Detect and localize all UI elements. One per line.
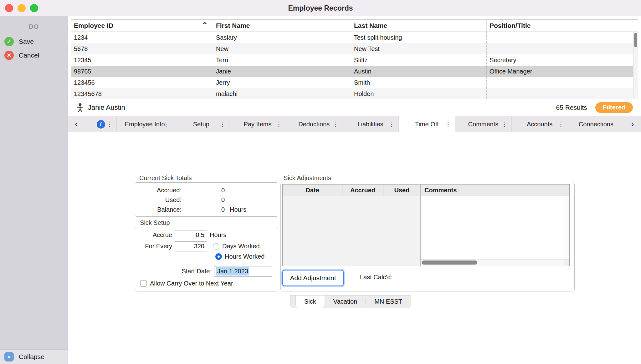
bottom-tab-vacation[interactable]: Vacation <box>325 296 366 308</box>
tab-deductions[interactable]: Deductions⋮ <box>286 116 342 132</box>
hours-worked-radio[interactable] <box>215 253 222 260</box>
tab-setup[interactable]: Setup⋮ <box>173 116 229 132</box>
scroll-tabs-left-button[interactable]: ‹ <box>68 116 85 132</box>
tab-menu-icon[interactable]: ⋮ <box>445 121 451 128</box>
zoom-window-button[interactable] <box>30 4 38 12</box>
start-date-row: Start Date: Jan 1 2023 <box>138 265 275 277</box>
totals-balance-row: Balance: 0 Hours <box>135 205 278 215</box>
minimize-window-button[interactable] <box>18 4 26 12</box>
hours-worked-row: Hours Worked <box>138 252 275 260</box>
results-count: 65 Results <box>556 104 587 111</box>
for-every-input[interactable] <box>175 241 207 251</box>
last-calcd-label: Last Calc'd: <box>360 274 392 281</box>
sidebar-section-label: DO <box>0 23 68 30</box>
employee-row[interactable]: 12345 Terri Stiltz Secretary <box>71 54 638 66</box>
start-date-label: Start Date: <box>138 268 212 275</box>
employee-row-selected[interactable]: 98765 Janie Austin Office Manager <box>71 66 638 77</box>
tab-time-off[interactable]: Time Off⋮ <box>398 116 455 132</box>
tab-comments[interactable]: Comments⋮ <box>455 116 511 132</box>
tab-menu-icon[interactable]: ⋮ <box>163 120 169 128</box>
bottom-tab-sick[interactable]: Sick <box>295 296 325 308</box>
tab-menu-icon[interactable]: ⋮ <box>219 120 226 128</box>
tab-menu-icon[interactable]: ⋮ <box>332 120 339 128</box>
carry-over-checkbox[interactable] <box>140 280 147 287</box>
column-header-first-name[interactable]: First Name <box>213 20 351 32</box>
tab-bar: ‹ i ⋮ Employee Info⋮ Setup⋮ Pay Items⋮ D… <box>68 116 641 132</box>
sidebar: DO ✓ Save ✕ Cancel « Collapse <box>0 16 68 364</box>
column-header-position[interactable]: Position/Title <box>486 20 633 32</box>
traffic-lights <box>5 4 38 12</box>
carry-over-label: Allow Carry Over to Next Year <box>150 280 233 287</box>
bottom-tab-mn-esst[interactable]: MN ESST <box>366 296 411 308</box>
accrue-label: Accrue <box>138 231 172 239</box>
scrollbar-corner <box>564 259 569 266</box>
column-header-employee-id[interactable]: Employee ID ⌃ <box>71 20 213 32</box>
column-header-last-name[interactable]: Last Name <box>351 20 486 32</box>
employee-table-scrollbar[interactable] <box>633 32 638 99</box>
save-check-icon: ✓ <box>4 37 14 46</box>
employee-row[interactable]: 123456 Jerry Smith <box>71 77 638 88</box>
sick-adjustments-table: Date Accrued Used Comments <box>282 184 570 266</box>
employee-table-scrollbar-thumb[interactable] <box>634 33 637 47</box>
tab-info[interactable]: i ⋮ <box>85 116 116 132</box>
tab-menu-icon[interactable]: ⋮ <box>388 120 395 128</box>
main-area: Employee ID ⌃ First Name Last Name Posit… <box>68 16 641 364</box>
start-date-input[interactable]: Jan 1 2023 <box>214 266 272 277</box>
record-bar: Janie Austin 65 Results Filtered <box>68 99 641 116</box>
add-adjustment-button[interactable]: Add Adjustment <box>282 270 344 286</box>
for-every-row: For Every Days Worked <box>138 241 275 251</box>
comments-horizontal-scrollbar[interactable] <box>421 259 564 266</box>
sick-adjustments-body <box>283 196 569 266</box>
tab-menu-icon[interactable]: ⋮ <box>501 120 508 128</box>
cancel-button[interactable]: ✕ Cancel <box>0 48 68 62</box>
window-title: Employee Records <box>0 0 641 16</box>
adj-column-accrued: Accrued <box>342 185 383 196</box>
carry-over-row: Allow Carry Over to Next Year <box>138 279 275 287</box>
tab-menu-icon[interactable]: ⋮ <box>106 120 113 128</box>
adj-column-used: Used <box>383 185 420 196</box>
titlebar: Employee Records <box>0 0 641 17</box>
comments-vertical-scrollbar[interactable] <box>564 196 569 260</box>
save-button[interactable]: ✓ Save <box>0 35 68 48</box>
info-icon: i <box>97 120 105 129</box>
employee-table: Employee ID ⌃ First Name Last Name Posit… <box>71 19 638 99</box>
sick-adjustments-group: Date Accrued Used Comments Add <box>280 182 575 291</box>
cancel-button-label: Cancel <box>19 52 39 59</box>
tab-connections[interactable]: Connections <box>568 116 624 132</box>
filtered-badge[interactable]: Filtered <box>595 102 633 113</box>
tab-employee-info[interactable]: Employee Info⋮ <box>116 116 173 132</box>
totals-accrued-row: Accrued: 0 <box>135 185 278 195</box>
employee-table-header: Employee ID ⌃ First Name Last Name Posit… <box>71 20 638 32</box>
accrue-row: Accrue Hours <box>138 230 275 240</box>
comments-horizontal-scrollbar-thumb[interactable] <box>422 260 477 265</box>
days-worked-label: Days Worked <box>222 243 260 250</box>
current-record-name: Janie Austin <box>88 104 125 112</box>
tab-accounts[interactable]: Accounts⋮ <box>511 116 568 132</box>
start-date-selected-text: Jan 1 2023 <box>216 267 249 276</box>
adjustments-comments-panel[interactable] <box>420 196 569 266</box>
employee-row[interactable]: 5678 New New Test <box>71 43 638 54</box>
current-sick-totals-group: Accrued: 0 Used: 0 Balance: 0 Hours <box>135 182 278 217</box>
collapse-button[interactable]: « Collapse <box>0 349 68 364</box>
accrue-hours-input[interactable] <box>175 230 207 240</box>
totals-used-row: Used: 0 <box>135 195 278 205</box>
chevron-right-icon: › <box>631 119 634 129</box>
employee-row[interactable]: 1234 Saslary Test split housing <box>71 32 638 43</box>
sort-ascending-icon[interactable]: ⌃ <box>202 21 208 30</box>
days-worked-radio[interactable] <box>213 243 219 250</box>
hours-worked-label: Hours Worked <box>225 253 264 260</box>
cancel-x-icon: ✕ <box>4 51 14 60</box>
scroll-tabs-right-button[interactable]: › <box>624 116 641 132</box>
chevron-left-icon: ‹ <box>75 119 78 129</box>
employee-row[interactable]: 12345678 malachi Holden <box>71 88 638 99</box>
tab-pay-items[interactable]: Pay Items⋮ <box>229 116 285 132</box>
time-off-bottom-tabs: Sick Vacation MN ESST <box>290 295 411 308</box>
setup-divider <box>138 263 275 263</box>
for-every-label: For Every <box>138 243 172 250</box>
accrue-unit-label: Hours <box>210 231 226 239</box>
tab-menu-icon[interactable]: ⋮ <box>558 120 564 128</box>
save-button-label: Save <box>19 38 34 45</box>
close-window-button[interactable] <box>5 4 13 12</box>
tab-liabilities[interactable]: Liabilities⋮ <box>342 116 398 132</box>
tab-menu-icon[interactable]: ⋮ <box>276 120 282 128</box>
